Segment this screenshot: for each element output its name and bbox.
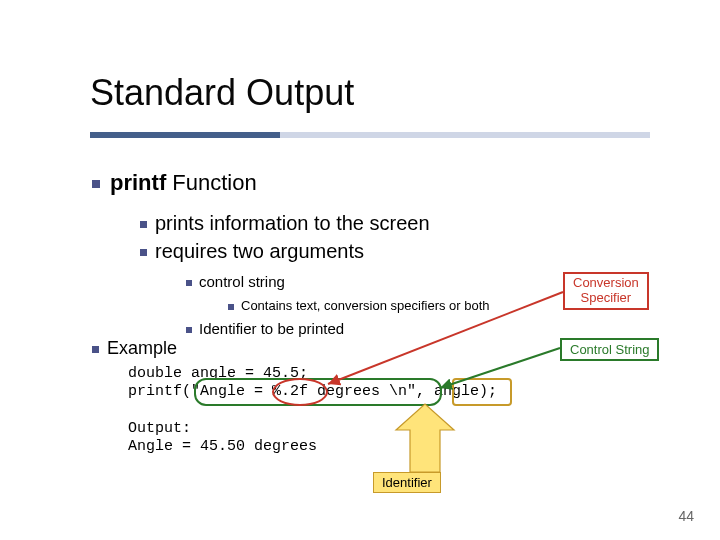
output-label: Output: bbox=[128, 420, 191, 437]
annotation-conversion-oval bbox=[272, 378, 328, 406]
bullet-icon bbox=[92, 346, 99, 353]
output-line: Angle = 45.50 degrees bbox=[128, 438, 317, 455]
bullet-printf: printf Function bbox=[92, 170, 257, 196]
bullet-icon bbox=[186, 280, 192, 286]
page-number: 44 bbox=[678, 508, 694, 524]
bullet-icon bbox=[92, 180, 100, 188]
annotation-identifier-box bbox=[452, 378, 512, 406]
bullet-contains-text: Contains text, conversion specifiers or … bbox=[228, 298, 490, 313]
svg-marker-2 bbox=[396, 404, 454, 472]
bullet-icon bbox=[140, 221, 147, 228]
bullet-prints-info: prints information to the screen bbox=[140, 212, 430, 235]
bullet-control-string: control string bbox=[186, 273, 285, 290]
bullet-identifier: Identifier to be printed bbox=[186, 320, 344, 337]
bullet-icon bbox=[140, 249, 147, 256]
bullet-icon bbox=[228, 304, 234, 310]
label-conversion-specifier: Conversion Specifier bbox=[563, 272, 649, 310]
bullet-requires-args: requires two arguments bbox=[140, 240, 364, 263]
label-identifier: Identifier bbox=[373, 472, 441, 493]
label-control-string: Control String bbox=[560, 338, 659, 361]
bullet-icon bbox=[186, 327, 192, 333]
title-rule bbox=[90, 132, 650, 138]
bullet-example: Example bbox=[92, 338, 177, 359]
slide: Standard Output printf Function prints i… bbox=[0, 0, 720, 540]
slide-title: Standard Output bbox=[90, 72, 354, 114]
